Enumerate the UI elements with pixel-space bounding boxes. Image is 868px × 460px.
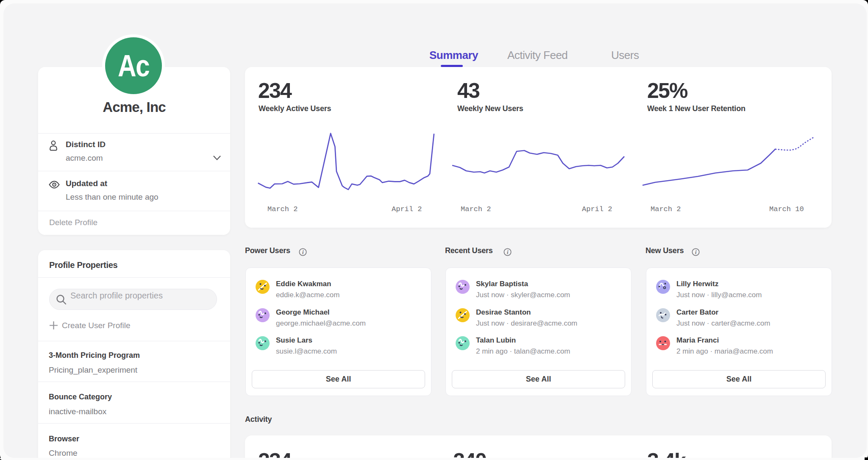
svg-text:i: i <box>302 249 304 255</box>
svg-text:i: i <box>695 249 697 255</box>
svg-text:i: i <box>507 249 509 255</box>
